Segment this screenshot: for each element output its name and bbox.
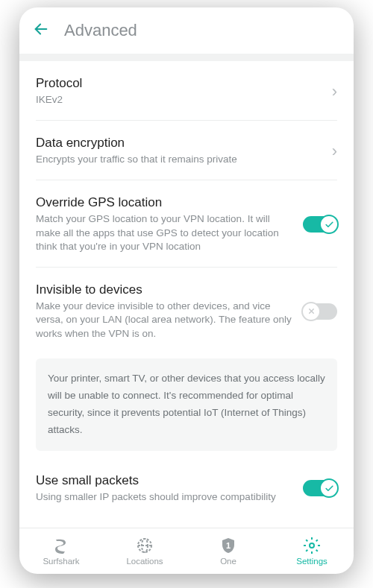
row-data-encryption[interactable]: Data encryption Encrypts your traffic so… [36, 121, 337, 180]
row-title: Override GPS location [36, 195, 294, 210]
svg-text:1: 1 [226, 541, 231, 550]
bottom-nav: Surfshark Locations 1 One Settings [19, 528, 354, 574]
shield-icon: 1 [219, 537, 237, 554]
surfshark-icon [52, 537, 70, 554]
row-subtitle: Match your GPS location to your VPN loca… [36, 212, 294, 253]
chevron-right-icon: › [332, 82, 337, 101]
check-icon [319, 478, 339, 498]
nav-label: Surfshark [43, 557, 79, 566]
toggle-small-packets[interactable] [303, 480, 337, 496]
nav-one[interactable]: 1 One [186, 528, 270, 574]
check-icon [319, 215, 339, 234]
globe-icon [136, 537, 154, 554]
row-small-packets: Use small packets Using smaller IP packe… [36, 458, 337, 504]
row-subtitle: Make your device invisible to other devi… [36, 300, 294, 341]
row-subtitle: Encrypts your traffic so that it remains… [36, 153, 323, 166]
row-value: IKEv2 [36, 93, 323, 107]
nav-locations[interactable]: Locations [103, 528, 186, 574]
row-title: Invisible to devices [36, 282, 294, 297]
header: Advanced [19, 7, 354, 54]
info-box: Your printer, smart TV, or other devices… [36, 358, 337, 451]
toggle-invisible-devices[interactable] [303, 303, 337, 320]
row-override-gps: Override GPS location Match your GPS loc… [36, 180, 337, 268]
row-title: Protocol [36, 76, 323, 91]
row-title: Data encryption [36, 136, 323, 151]
app-screen: Advanced Protocol IKEv2 › Data encryptio… [19, 7, 354, 574]
nav-label: Settings [296, 557, 327, 566]
row-invisible-devices: Invisible to devices Make your device in… [36, 268, 337, 354]
svg-point-7 [310, 543, 314, 548]
separator [19, 54, 354, 61]
nav-label: Locations [126, 557, 163, 566]
toggle-override-gps[interactable] [303, 216, 337, 233]
row-subtitle: Using smaller IP packets should improve … [36, 490, 294, 504]
settings-list[interactable]: Protocol IKEv2 › Data encryption Encrypt… [19, 61, 354, 528]
page-title: Advanced [64, 21, 137, 40]
nav-surfshark[interactable]: Surfshark [19, 528, 103, 574]
nav-label: One [220, 557, 236, 566]
row-protocol[interactable]: Protocol IKEv2 › [36, 61, 337, 121]
nav-settings[interactable]: Settings [270, 528, 354, 574]
row-title: Use small packets [36, 473, 294, 488]
back-arrow-icon[interactable] [33, 21, 49, 40]
chevron-right-icon: › [332, 142, 337, 161]
x-icon [301, 302, 321, 321]
gear-icon [303, 537, 321, 554]
